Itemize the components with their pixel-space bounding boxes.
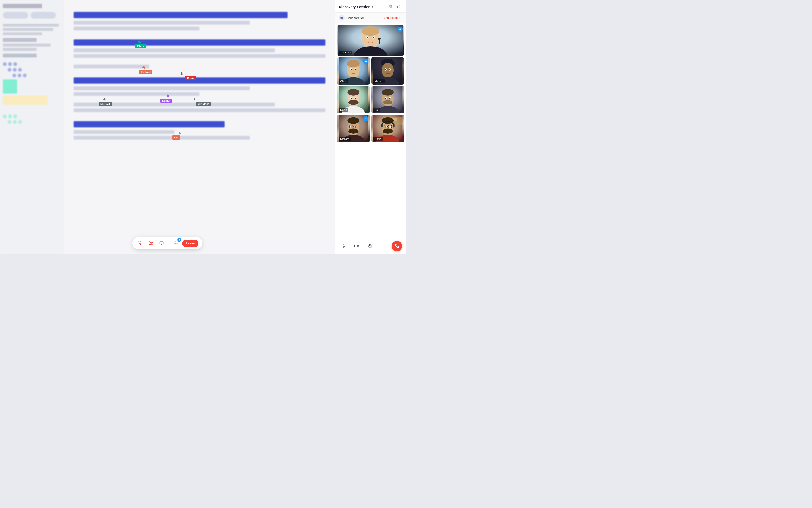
left-panel-bg [0,0,62,254]
canvas-row [74,86,250,90]
collab-icon [339,15,345,20]
participants-count: 8 [177,238,181,242]
left-panel-title-blur [3,4,42,8]
denis-name-label: Denis [339,108,348,112]
left-panel-btn2 [31,12,56,18]
sidebar-video-button[interactable] [352,242,361,251]
cursor-label-daniel: Daniel [160,98,172,103]
svg-point-48 [351,98,352,99]
canvas-bar [74,121,225,127]
collaboration-bar: Collaboration End session [335,12,406,23]
video-card-chris: Chris [337,57,370,85]
canvas-row [74,108,325,112]
cursor-label-chris: Chris [135,44,146,48]
canvas-row [74,130,174,134]
chris-speaking-indicator [363,59,368,64]
cursor-label-gio: Gio [172,135,180,140]
svg-point-67 [355,127,356,128]
layout-toggle-button[interactable] [387,3,394,10]
canvas-bar [74,12,287,18]
svg-rect-8 [389,5,390,6]
svg-rect-10 [391,7,392,8]
cursor-label-michael: Michael [98,102,112,107]
jonathan-name-label: Jonathan [339,51,352,54]
canvas-row [74,65,149,69]
session-title: Discovery Session ▾ [339,5,373,9]
canvas-row [74,54,325,58]
daniel-name-label: Daniel [373,137,384,141]
share-screen-button[interactable] [157,239,166,248]
green-swatch [3,79,17,94]
main-canvas-area: Chris Richard Denis Michael Daniel Jonat… [0,0,335,254]
canvas-row [74,21,250,25]
right-sidebar: Discovery Session ▾ [335,0,406,254]
participants-button[interactable]: 8 [172,239,180,248]
svg-rect-90 [355,245,357,248]
svg-point-77 [382,129,393,134]
raise-hand-button[interactable] [365,242,374,251]
sidebar-mic-button[interactable] [339,242,348,251]
circles-row [3,62,59,66]
svg-point-44 [347,89,359,95]
svg-point-53 [382,89,394,95]
video-card-michael: Michael [371,57,404,85]
svg-rect-9 [391,5,392,6]
external-link-button[interactable] [396,3,402,10]
svg-point-39 [385,69,386,70]
left-panel-btn1 [3,12,28,18]
canvas-workspace[interactable]: Chris Richard Denis Michael Daniel Jonat… [64,0,335,254]
end-call-button[interactable] [392,241,402,251]
cursor-jonathan [193,98,196,100]
svg-point-31 [355,69,356,70]
svg-point-49 [355,98,356,99]
svg-point-17 [362,26,379,36]
toolbar-divider [169,240,169,246]
svg-rect-11 [389,7,390,8]
video-off-button[interactable] [147,239,155,248]
richard-speaking-indicator [363,116,368,121]
collab-label: Collaboration [347,16,365,20]
svg-point-54 [383,100,392,104]
left-panel-row [3,48,37,51]
svg-point-93 [383,247,383,248]
video-participant-grid[interactable]: Jonathan [335,23,406,238]
left-panel-row [3,44,51,47]
svg-rect-73 [393,118,397,121]
svg-point-66 [351,127,352,128]
svg-point-92 [383,246,383,246]
cursor-denis [180,72,183,75]
canvas-bar [74,39,325,46]
svg-point-20 [367,37,368,38]
leave-label: Leave [186,242,195,245]
left-panel-row [3,24,59,27]
svg-line-12 [399,5,400,7]
svg-point-62 [347,117,359,124]
circles-row [8,120,59,124]
end-session-button[interactable]: End session [381,15,402,20]
mute-button[interactable] [136,239,145,248]
video-grid-inner: Jonathan [337,25,404,142]
svg-point-45 [348,100,359,105]
svg-point-80 [385,127,386,128]
svg-point-81 [389,127,390,128]
svg-point-21 [373,37,374,38]
leave-button[interactable]: Leave [182,240,198,247]
cursor-label-jonathan: Jonathan [196,102,211,106]
svg-point-91 [383,245,383,245]
svg-rect-86 [393,124,394,127]
circles-row [12,74,59,77]
svg-point-58 [389,98,390,99]
canvas-row [74,92,199,96]
canvas-row [74,27,199,30]
video-card-gio: Gio [371,86,404,113]
michael-name-label: Michael [373,79,385,83]
video-card-daniel: Daniel [371,115,404,142]
svg-point-63 [348,129,359,134]
svg-rect-4 [160,242,163,244]
left-panel-section [3,54,37,57]
canvas-row [74,136,250,140]
svg-point-40 [389,69,390,70]
more-options-button[interactable] [378,242,388,251]
header-icon-group [387,3,402,10]
gio-name-label: Gio [373,108,380,112]
